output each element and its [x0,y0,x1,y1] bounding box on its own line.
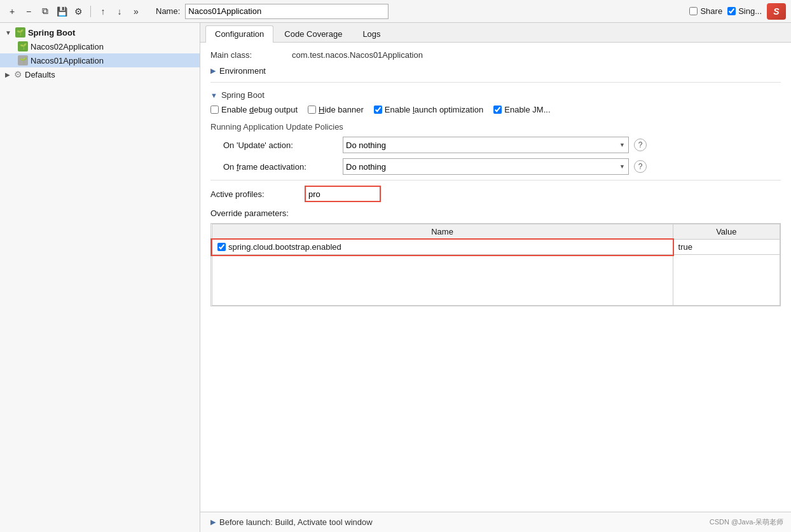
chevron-right-icon: ▶ [5,71,10,78]
on-frame-row: On frame deactivation: Do nothing Update… [210,158,781,175]
col-header-name: Name [212,224,673,240]
remove-button[interactable]: − [22,4,36,18]
on-update-select[interactable]: Do nothing Update resources Update class… [343,137,629,153]
sidebar-item-springboot[interactable]: ▼ 🌱 Spring Boot [0,25,200,39]
settings-button[interactable]: ⚙ [71,4,85,18]
main-class-value: com.test.nacos.Nacos01Application [292,50,423,60]
csdn-logo: S [767,3,786,20]
param-name-value: spring.cloud.bootstrap.enabled [228,242,341,252]
override-parameters-label: Override parameters: [210,208,781,218]
share-label: Share [700,6,722,16]
before-launch-label: Before launch: Build, Activate tool wind… [219,517,373,527]
before-launch-expand-icon[interactable]: ▶ [210,518,216,526]
table-row-empty [212,255,780,306]
param-value-text: true [678,242,692,252]
nacos02-icon: 🌱 [18,41,28,51]
enable-debug-label: Enable debug output [221,105,298,114]
chevron-down-icon: ▼ [5,29,11,36]
param-value-cell: true [673,240,780,255]
name-section: Name: [156,4,687,19]
on-frame-help-icon[interactable]: ? [634,160,647,173]
active-profiles-label: Active profiles: [210,189,299,199]
sidebar-nacos02-label: Nacos02Application [31,42,104,51]
share-checkbox-label[interactable]: Share [689,6,722,16]
separator [90,6,91,17]
sidebar-nacos01-label: Nacos01Application [31,56,104,65]
enable-launch-checkbox-label[interactable]: Enable launch optimization [374,105,483,114]
separator-2 [210,180,781,181]
spring-boot-section-header: ▼ Spring Boot [210,90,781,100]
active-profiles-row: Active profiles: [210,186,781,202]
name-input[interactable] [185,4,389,19]
main-layout: ▼ 🌱 Spring Boot 🌱 Nacos02Application 🌱 N… [0,23,791,532]
on-frame-label: On frame deactivation: [223,162,338,172]
hide-banner-checkbox[interactable] [308,106,316,114]
on-update-row: On 'Update' action: Do nothing Update re… [210,137,781,153]
empty-value-cell [673,255,780,306]
single-instance-checkbox-label[interactable]: Sing... [727,6,762,16]
on-update-label: On 'Update' action: [223,140,338,150]
on-update-help-icon[interactable]: ? [634,139,647,151]
environment-label: Environment [219,66,266,76]
copy-button[interactable]: ⧉ [38,4,52,18]
tabs-bar: Configuration Code Coverage Logs [200,23,791,43]
single-instance-checkbox[interactable] [727,7,736,15]
col-header-value: Value [673,224,780,240]
tab-configuration[interactable]: Configuration [205,25,273,43]
toolbar: + − ⧉ 💾 ⚙ ↑ ↓ » Name: Share Sing... S [0,0,791,23]
spring-boot-icon: 🌱 [15,27,25,38]
main-class-label: Main class: [210,50,287,60]
table-row[interactable]: spring.cloud.bootstrap.enabled true [212,240,780,255]
enable-debug-checkbox-label[interactable]: Enable debug output [210,105,298,114]
sidebar-item-nacos01[interactable]: 🌱 Nacos01Application [0,53,200,67]
before-launch-section: ▶ Before launch: Build, Activate tool wi… [200,512,791,532]
separator-1 [210,82,781,83]
move-down-button[interactable]: ↓ [113,4,127,18]
spring-boot-section-label: Spring Boot [221,90,265,100]
top-right: Share Sing... S [689,3,786,20]
more-button[interactable]: » [129,4,143,18]
add-button[interactable]: + [5,4,19,18]
single-instance-label: Sing... [738,6,762,16]
spring-boot-expand-icon[interactable]: ▼ [210,92,217,99]
enable-debug-checkbox[interactable] [210,106,219,114]
override-table: Name Value spring.cloud.bootstrap.enable… [211,224,780,306]
on-frame-select-wrapper: Do nothing Update resources Update class… [343,158,629,175]
defaults-icon: ⚙ [14,69,22,79]
sidebar: ▼ 🌱 Spring Boot 🌱 Nacos02Application 🌱 N… [0,23,200,532]
on-frame-select[interactable]: Do nothing Update resources Update class… [343,158,629,175]
content-panel: Configuration Code Coverage Logs Main cl… [200,23,791,532]
enable-jm-checkbox-label[interactable]: Enable JM... [493,105,550,114]
sidebar-item-defaults[interactable]: ▶ ⚙ Defaults [0,67,200,81]
hide-banner-label: Hide banner [319,105,364,114]
sidebar-springboot-label: Spring Boot [28,28,75,38]
override-table-container: Name Value spring.cloud.bootstrap.enable… [210,223,781,306]
active-profiles-input[interactable] [305,186,381,202]
config-body: Main class: com.test.nacos.Nacos01Applic… [200,43,791,512]
sidebar-defaults-label: Defaults [25,70,55,79]
save-button[interactable]: 💾 [55,4,69,18]
sidebar-item-nacos02[interactable]: 🌱 Nacos02Application [0,39,200,53]
running-policies-label: Running Application Update Policies [210,122,781,132]
enable-jm-checkbox[interactable] [493,106,502,114]
enable-jm-label: Enable JM... [504,105,550,114]
param-name-cell: spring.cloud.bootstrap.enabled [212,240,673,255]
nacos01-icon: 🌱 [18,55,28,65]
move-up-button[interactable]: ↑ [96,4,110,18]
param-enabled-checkbox[interactable] [217,243,226,251]
name-label: Name: [156,6,180,16]
enable-launch-label: Enable launch optimization [385,105,483,114]
enable-launch-checkbox[interactable] [374,106,382,114]
tab-logs[interactable]: Logs [353,25,390,42]
environment-row: ▶ Environment [210,66,781,76]
tab-code-coverage[interactable]: Code Coverage [275,25,352,42]
hide-banner-checkbox-label[interactable]: Hide banner [308,105,364,114]
spring-boot-checkboxes: Enable debug output Hide banner Enable l… [210,105,781,114]
share-checkbox[interactable] [689,7,698,15]
watermark: CSDN @Java-呆萌老师 [710,517,783,527]
on-update-select-wrapper: Do nothing Update resources Update class… [343,137,629,153]
empty-name-cell [212,255,673,306]
env-expand-icon[interactable]: ▶ [210,67,216,75]
main-class-row: Main class: com.test.nacos.Nacos01Applic… [210,50,781,60]
